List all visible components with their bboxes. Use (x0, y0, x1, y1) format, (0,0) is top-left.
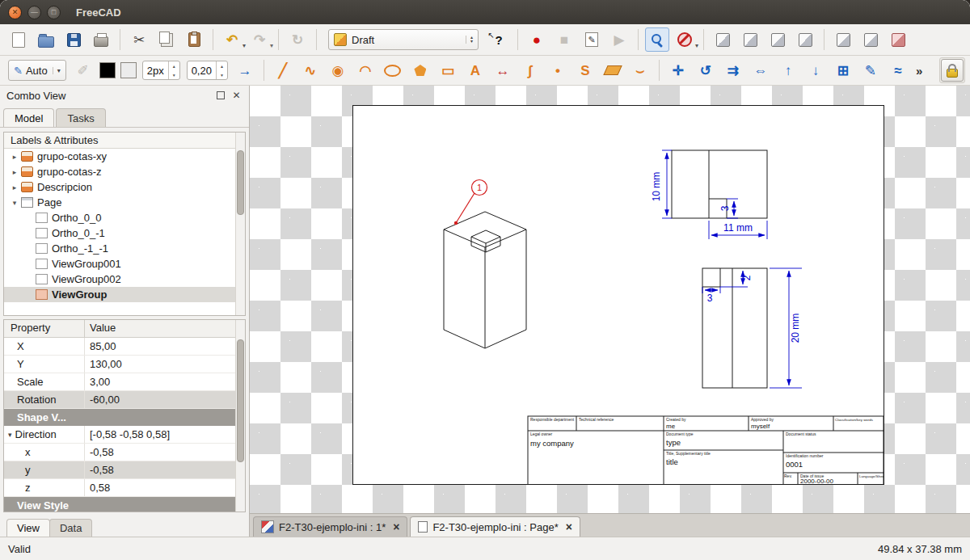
draft-line-icon[interactable]: ╱ (271, 58, 295, 82)
property-group-shape-v[interactable]: Shape V... (4, 409, 245, 426)
working-plane-dropdown-icon[interactable]: ▾ (53, 67, 61, 74)
expander-icon[interactable]: ▸ (9, 153, 20, 161)
redo-icon[interactable]: ↷▾ (247, 27, 272, 52)
property-scrollbar-thumb[interactable] (237, 339, 244, 462)
draft-bspline-icon[interactable]: ∫ (518, 58, 542, 82)
workbench-selector[interactable]: Draft ▴▾ (328, 29, 479, 50)
draw-style-icon[interactable]: ▾ (673, 27, 697, 52)
draft-polygon-icon[interactable] (408, 58, 432, 82)
view-right-icon[interactable] (793, 27, 817, 52)
copy-icon[interactable] (154, 27, 179, 52)
tree-item-viewgroup001[interactable]: ViewGroup001 (4, 256, 245, 272)
tree-item-ortho-1-1[interactable]: Ortho_-1_-1 (4, 241, 245, 256)
property-value[interactable]: -0,58 (85, 444, 245, 461)
property-value[interactable]: 85,00 (85, 338, 245, 355)
property-value[interactable]: -0,58 (85, 461, 245, 478)
tree-item-viewgroup002[interactable]: ViewGroup002 (4, 272, 245, 287)
close-window-button[interactable]: ✕ (8, 6, 22, 19)
draft-rotate-icon[interactable]: ↺ (694, 58, 718, 82)
property-row-x[interactable]: x-0,58 (4, 444, 245, 461)
view-left-icon[interactable] (886, 27, 910, 52)
drawing-page[interactable]: 1 10 mm (352, 105, 884, 485)
scale-spin-buttons[interactable]: ▲▼ (216, 61, 227, 79)
draw-style-icon-dropdown[interactable]: ▾ (695, 42, 698, 49)
cut-icon[interactable]: ✂ (127, 27, 151, 52)
draft-bezier-icon[interactable]: ⌣ (628, 58, 652, 82)
document-tab-f2-t30-ejemplo-ini-page[interactable]: F2-T30-ejemplo-ini : Page*× (410, 516, 580, 537)
view-top-icon[interactable] (765, 27, 790, 52)
titlebar[interactable]: ✕ — □ FreeCAD (0, 0, 970, 24)
macro-play-icon[interactable]: ▶ (607, 27, 631, 52)
print-icon[interactable] (89, 27, 113, 52)
close-panel-icon[interactable]: ✕ (230, 90, 242, 102)
draft-wire-icon[interactable]: ∿ (298, 58, 323, 82)
line-color-swatch[interactable] (99, 62, 116, 78)
property-value[interactable]: -60,00 (85, 391, 245, 408)
draft-scale-icon[interactable]: ⊞ (831, 58, 855, 82)
property-row-z[interactable]: z0,58 (4, 479, 245, 497)
line-width-spin-buttons[interactable]: ▲▼ (168, 61, 179, 79)
redo-icon-dropdown[interactable]: ▾ (270, 42, 273, 49)
document-tab-f2-t30-ejemplo-ini-1[interactable]: F2-T30-ejemplo-ini : 1*× (253, 516, 407, 537)
snap-toggle-icon[interactable]: ✐ (71, 58, 95, 82)
close-tab-icon[interactable]: × (566, 520, 572, 533)
view-bottom-icon[interactable] (858, 27, 883, 52)
lock-button[interactable] (941, 59, 964, 82)
refresh-icon[interactable]: ↻ (285, 27, 310, 52)
macro-stop-icon[interactable]: ■ (552, 27, 576, 52)
draft-ellipse-icon[interactable] (381, 58, 405, 82)
tree-item-grupo-cotas-z[interactable]: ▸grupo-cotas-z (4, 164, 245, 179)
close-tab-icon[interactable]: × (393, 520, 399, 533)
tree-item-page[interactable]: ▾Page (4, 195, 245, 210)
tree-item-grupo-cotas-xy[interactable]: ▸grupo-cotas-xy (4, 149, 245, 164)
expander-icon[interactable]: ▾ (9, 199, 20, 207)
property-value[interactable]: 3,00 (85, 373, 245, 390)
property-scrollbar[interactable] (235, 320, 245, 512)
tree-scrollbar-thumb[interactable] (237, 150, 244, 215)
combo-view-header[interactable]: Combo View ✕ (0, 86, 249, 105)
draft-circle-icon[interactable]: ◉ (326, 58, 350, 82)
draft-dimension-icon[interactable]: ↔ (491, 58, 515, 82)
property-value[interactable]: 0,58 (85, 479, 245, 496)
working-plane-selector[interactable]: ✎ Auto ▾ (8, 60, 66, 81)
draft-offset-icon[interactable]: ⇉ (721, 58, 745, 82)
draft-wire2bspline-icon[interactable]: ≈ (886, 58, 910, 82)
save-icon[interactable] (61, 27, 86, 52)
tree-item-descripcion[interactable]: ▸Descripcion (4, 179, 245, 195)
open-file-icon[interactable] (34, 27, 58, 52)
tab-model[interactable]: Model (3, 108, 54, 127)
tree-item-ortho-0-0[interactable]: Ortho_0_0 (4, 210, 245, 225)
property-row-x[interactable]: X85,00 (4, 338, 245, 356)
view-isometric-icon[interactable] (711, 27, 735, 52)
draft-downgrade-icon[interactable]: ↓ (803, 58, 828, 82)
minimize-window-button[interactable]: — (27, 6, 41, 19)
box-zoom-icon[interactable] (645, 27, 669, 52)
draft-rectangle-icon[interactable]: ▭ (436, 58, 460, 82)
tree-item-viewgroup[interactable]: ViewGroup (4, 287, 245, 302)
tree-scrollbar[interactable] (235, 133, 245, 315)
draft-point-icon[interactable]: • (546, 58, 570, 82)
draft-text-icon[interactable]: A (463, 58, 487, 82)
property-row-rotation[interactable]: Rotation-60,00 (4, 391, 245, 409)
property-value[interactable]: 130,00 (85, 356, 245, 373)
macro-record-icon[interactable]: ● (525, 27, 549, 52)
draft-edit-icon[interactable]: ✎ (858, 58, 883, 82)
draft-move-icon[interactable]: ✛ (666, 58, 690, 82)
line-width-spinner[interactable]: 2px ▲▼ (142, 61, 180, 80)
draft-upgrade-icon[interactable]: ↑ (776, 58, 800, 82)
expander-icon[interactable]: ▾ (8, 431, 12, 439)
toolbar-overflow-button[interactable]: » (916, 64, 922, 78)
property-row-direction[interactable]: ▾Direction[-0,58 -0,58 0,58] (4, 426, 245, 444)
undo-icon[interactable]: ↶▾ (220, 27, 244, 52)
scale-spinner[interactable]: 0,20 ▲▼ (187, 61, 228, 80)
property-row-y[interactable]: Y130,00 (4, 356, 245, 373)
tab-view[interactable]: View (6, 519, 50, 537)
tab-data[interactable]: Data (49, 519, 92, 537)
tab-tasks[interactable]: Tasks (56, 108, 105, 127)
apply-style-icon[interactable]: → (233, 58, 257, 82)
techdraw-viewport[interactable]: 1 10 mm (250, 86, 970, 513)
draft-trimex-icon[interactable]: ⇔ (749, 58, 773, 82)
macro-edit-icon[interactable]: ✎ (580, 27, 604, 52)
paste-icon[interactable] (182, 27, 206, 52)
combo-arrows-icon[interactable]: ▴▾ (466, 36, 473, 44)
